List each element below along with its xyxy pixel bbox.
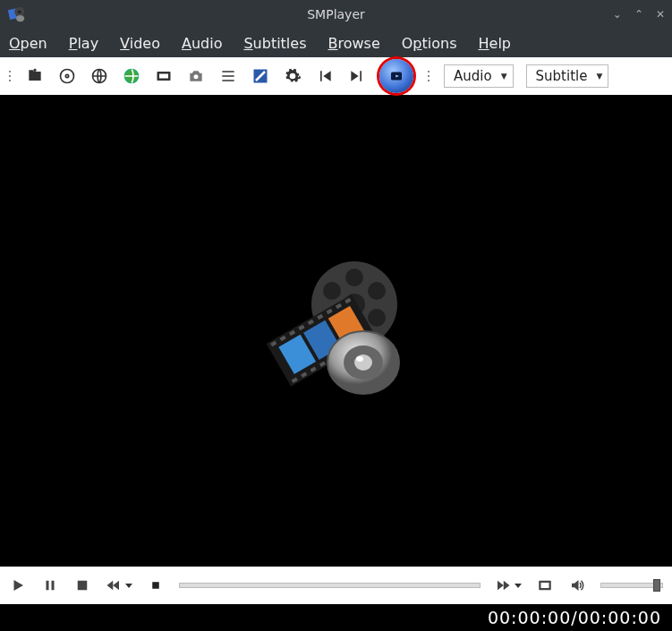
window-maximize-button[interactable]: ⌃ (634, 8, 643, 21)
rewind-button[interactable] (106, 576, 132, 594)
play-button[interactable] (9, 576, 27, 594)
window-minimize-button[interactable]: ⌄ (613, 8, 622, 21)
video-area[interactable] (0, 95, 672, 567)
volume-thumb[interactable] (653, 579, 660, 592)
open-url-button[interactable] (89, 66, 109, 86)
menu-play[interactable]: Play (69, 35, 98, 52)
video-filters-button[interactable] (251, 66, 270, 86)
svg-point-15 (345, 269, 363, 286)
menu-help[interactable]: Help (479, 35, 511, 52)
svg-rect-9 (159, 74, 168, 79)
svg-rect-49 (78, 581, 88, 591)
window-title: SMPlayer (0, 7, 672, 21)
menu-options[interactable]: Options (402, 35, 457, 52)
toolbar-grip-2[interactable] (426, 71, 431, 81)
statusbar: 00:00:00 / 00:00:00 (0, 604, 672, 631)
svg-point-10 (194, 74, 199, 79)
svg-rect-47 (47, 581, 49, 591)
chevron-down-icon: ▼ (501, 72, 507, 81)
subtitle-track-combo[interactable]: Subtitle ▼ (526, 64, 609, 88)
time-separator: / (571, 608, 577, 627)
fullscreen-button[interactable] (536, 576, 554, 594)
time-position: 00:00:00 (488, 608, 571, 627)
menu-video[interactable]: Video (120, 35, 160, 52)
subtitle-track-combo-label: Subtitle (536, 68, 588, 84)
chevron-down-icon (515, 584, 522, 588)
previous-track-button[interactable] (315, 66, 335, 86)
open-file-button[interactable] (25, 66, 45, 86)
smplayer-logo (256, 255, 417, 407)
titlebar: SMPlayer ⌄ ⌃ ✕ (0, 0, 672, 29)
chevron-down-icon: ▼ (596, 72, 602, 81)
svg-point-3 (16, 15, 24, 21)
open-disc-button[interactable] (57, 66, 77, 86)
playlist-button[interactable] (218, 66, 238, 86)
mute-button[interactable] (568, 576, 586, 594)
preferences-button[interactable] (283, 66, 302, 86)
app-icon (7, 4, 27, 24)
youtube-browser-button[interactable] (379, 59, 413, 93)
audio-track-combo[interactable]: Audio ▼ (444, 64, 514, 88)
compact-mode-button[interactable] (154, 66, 174, 86)
menu-browse[interactable]: Browse (328, 35, 380, 52)
window-controls: ⌄ ⌃ ✕ (613, 8, 665, 21)
svg-rect-48 (52, 581, 55, 591)
stop-button[interactable] (73, 576, 91, 594)
seek-slider[interactable] (179, 583, 481, 588)
audio-track-combo-label: Audio (454, 68, 492, 84)
svg-rect-52 (541, 583, 549, 588)
forward-button[interactable] (495, 576, 522, 594)
pause-button[interactable] (41, 576, 59, 594)
window-close-button[interactable]: ✕ (656, 8, 665, 21)
svg-point-45 (354, 354, 372, 371)
svg-point-20 (323, 282, 341, 300)
menu-subtitles[interactable]: Subtitles (243, 35, 306, 52)
svg-point-17 (368, 309, 386, 327)
menu-open[interactable]: Open (9, 35, 47, 52)
toolbar: Audio ▼ Subtitle ▼ (0, 57, 672, 95)
menu-audio[interactable]: Audio (182, 35, 222, 52)
controlbar (0, 567, 672, 604)
time-duration: 00:00:00 (578, 608, 661, 627)
svg-rect-50 (152, 582, 159, 589)
svg-point-5 (65, 74, 68, 77)
chevron-down-icon (125, 584, 132, 588)
favorites-button[interactable] (122, 66, 141, 86)
toolbar-grip[interactable] (7, 71, 13, 81)
menubar: Open Play Video Audio Subtitles Browse O… (0, 29, 672, 57)
volume-slider[interactable] (600, 583, 663, 588)
svg-point-4 (61, 70, 74, 83)
seek-marker-icon (147, 576, 165, 594)
svg-point-46 (356, 356, 363, 362)
next-track-button[interactable] (347, 66, 367, 86)
screenshot-button[interactable] (186, 66, 206, 86)
svg-point-2 (18, 10, 21, 13)
svg-point-16 (368, 282, 386, 300)
